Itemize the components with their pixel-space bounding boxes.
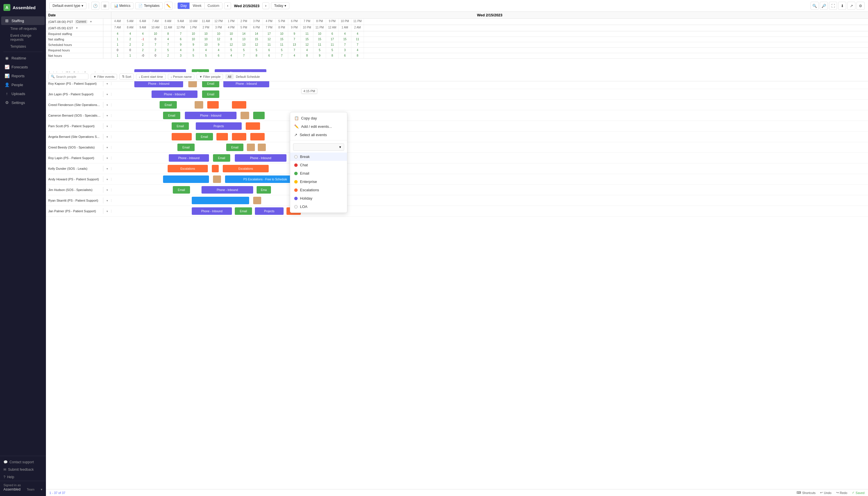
sidebar-item-forecasts[interactable]: 📈 Forecasts <box>1 63 45 71</box>
event-type-option-loa[interactable]: LOA <box>290 202 347 211</box>
event-chip[interactable] <box>207 101 219 109</box>
event-chip[interactable]: Phone - Inbound <box>169 154 209 162</box>
sidebar-item-event-change-requests[interactable]: Event change requests <box>8 32 46 43</box>
event-chip[interactable]: Email <box>172 122 189 130</box>
view-day-btn[interactable]: Day <box>178 3 190 9</box>
event-chip[interactable] <box>232 101 246 109</box>
event-chip[interactable]: Phone - Inbound <box>202 186 253 193</box>
sort-btn[interactable]: ⇅ Sort <box>119 74 134 80</box>
event-chip[interactable]: Escalations <box>223 165 269 172</box>
expand-btn[interactable]: ▾ <box>103 199 111 202</box>
help-link[interactable]: ? Help <box>0 473 46 481</box>
event-type-option-escalations[interactable]: Escalations <box>290 186 347 194</box>
expand-btn[interactable]: ▾ <box>103 178 111 181</box>
prev-date-btn[interactable]: ‹ <box>224 2 231 9</box>
submit-feedback-link[interactable]: ✉ Submit feedback <box>0 466 46 473</box>
select-all-events-item[interactable]: ↗ Select all events <box>290 131 347 139</box>
expand-btn[interactable]: ▾ <box>103 93 111 96</box>
expand-btn[interactable]: ▾ <box>103 146 111 149</box>
event-chip[interactable] <box>212 165 219 172</box>
expand-btn[interactable]: ▾ <box>103 167 111 170</box>
sidebar-item-settings[interactable]: ⚙ Settings <box>1 98 45 107</box>
event-chip[interactable] <box>213 175 221 183</box>
event-chip[interactable]: Email <box>173 186 190 193</box>
sidebar-item-staffing[interactable]: ⊞ Staffing <box>1 16 45 25</box>
event-chip[interactable]: Email <box>226 144 243 151</box>
event-type-option-holiday[interactable]: Holiday <box>290 194 347 202</box>
person-name-btn[interactable]: ↓ Person name <box>168 74 194 80</box>
event-chip[interactable] <box>172 133 192 140</box>
fullscreen-btn[interactable]: ⛶ <box>829 2 837 10</box>
event-chip[interactable]: Phone - Inbound <box>192 207 232 215</box>
search-btn[interactable]: 🔍 <box>810 2 819 10</box>
event-type-option-enterprise[interactable]: Enterprise <box>290 177 347 186</box>
event-chip[interactable]: Email <box>235 207 252 215</box>
expand-btn[interactable]: ▾ <box>103 188 111 191</box>
event-type-option-break[interactable]: Break <box>290 153 347 161</box>
event-chip[interactable]: Projects <box>255 207 284 215</box>
event-chip[interactable]: Phone - Inbound <box>185 112 237 119</box>
share-btn[interactable]: ↗ <box>847 2 855 10</box>
sidebar-item-time-off-requests[interactable]: Time off requests <box>8 25 46 32</box>
edit-icon-btn[interactable]: ✏️ <box>164 2 173 10</box>
shortcuts-btn[interactable]: ⌨ Shortcuts <box>797 491 816 495</box>
event-chip[interactable]: Email <box>213 154 230 162</box>
event-chip[interactable] <box>195 101 203 109</box>
event-chip[interactable]: Email <box>196 133 213 140</box>
event-chip[interactable] <box>216 133 228 140</box>
event-type-dropdown-trigger[interactable]: ​ ▾ <box>293 143 344 151</box>
grid-icon-btn[interactable]: ⊞ <box>101 2 109 10</box>
event-type-option-email[interactable]: Email <box>290 169 347 177</box>
undo-btn[interactable]: ↩ Undo <box>820 491 831 495</box>
event-chip[interactable]: Ema <box>257 186 271 193</box>
event-chip[interactable] <box>163 175 209 183</box>
event-chip[interactable]: Escalations <box>167 165 208 172</box>
event-chip[interactable] <box>253 197 261 204</box>
sidebar-item-realtime[interactable]: ◉ Realtime <box>1 54 45 62</box>
schedule-grid[interactable]: Date Wed 2/15/2023 (GMT-08:00) PST Curre… <box>46 12 868 489</box>
event-chip[interactable]: Projects <box>196 122 242 130</box>
event-chip[interactable] <box>232 133 246 140</box>
expand-btn[interactable]: ▾ <box>103 114 111 117</box>
sidebar-item-uploads[interactable]: ↑ Uploads <box>1 89 45 98</box>
expand-btn[interactable]: ▾ <box>103 156 111 160</box>
event-chip[interactable]: Phone - Inbound <box>235 154 287 162</box>
search-people-input[interactable]: 🔍 Search people <box>48 74 89 80</box>
event-start-time-btn[interactable]: ↓ Event start time <box>136 74 166 80</box>
expand-btn[interactable]: ▾ <box>103 125 111 128</box>
today-btn[interactable]: Today ▾ <box>271 2 289 9</box>
expand-btn[interactable]: ▾ <box>103 135 111 138</box>
view-week-btn[interactable]: Week <box>190 3 204 9</box>
zoom-in-btn[interactable]: 🔎 <box>820 2 828 10</box>
default-schedule-link[interactable]: Default Schedule <box>236 75 260 78</box>
filter-events-btn[interactable]: ▼ Filter events <box>91 74 117 80</box>
gear-icon-btn[interactable]: ⚙ <box>856 2 865 10</box>
sidebar-item-people[interactable]: 👤 People <box>1 80 45 89</box>
next-date-btn[interactable]: › <box>262 2 269 9</box>
expand-btn[interactable]: ▾ <box>103 82 111 85</box>
redo-btn[interactable]: ↪ Redo <box>836 491 847 495</box>
add-edit-events-item[interactable]: ✏️ Add / edit events... <box>290 122 347 131</box>
event-chip[interactable] <box>192 197 249 204</box>
filter-people-btn[interactable]: ▼ Filter people <box>197 74 223 80</box>
sidebar-item-reports[interactable]: 📊 Reports <box>1 72 45 80</box>
event-chip[interactable] <box>258 144 266 151</box>
event-type-selector[interactable]: Default event type ▾ <box>49 2 86 9</box>
event-chip[interactable]: Email <box>160 101 177 109</box>
copy-day-item[interactable]: 📋 Copy day <box>290 114 347 122</box>
sidebar-item-templates[interactable]: Templates <box>8 43 46 50</box>
metrics-btn[interactable]: 📊 Metrics <box>111 2 134 9</box>
event-chip[interactable]: Email <box>177 144 195 151</box>
templates-btn[interactable]: 📄 Templates <box>135 2 163 9</box>
event-chip[interactable]: Email <box>163 112 180 119</box>
event-chip[interactable] <box>247 144 255 151</box>
expand-btn[interactable]: ▾ <box>103 210 111 213</box>
view-custom-btn[interactable]: Custom <box>205 3 222 9</box>
event-type-option-chat[interactable]: Chat <box>290 161 347 169</box>
event-chip[interactable] <box>250 133 264 140</box>
all-filter-btn[interactable]: All <box>225 74 234 79</box>
app-logo[interactable]: A Assembled <box>0 0 46 15</box>
clock-icon-btn[interactable]: 🕐 <box>91 2 99 10</box>
event-chip[interactable]: Phone - Inbound <box>151 91 197 98</box>
event-chip[interactable] <box>241 112 249 119</box>
